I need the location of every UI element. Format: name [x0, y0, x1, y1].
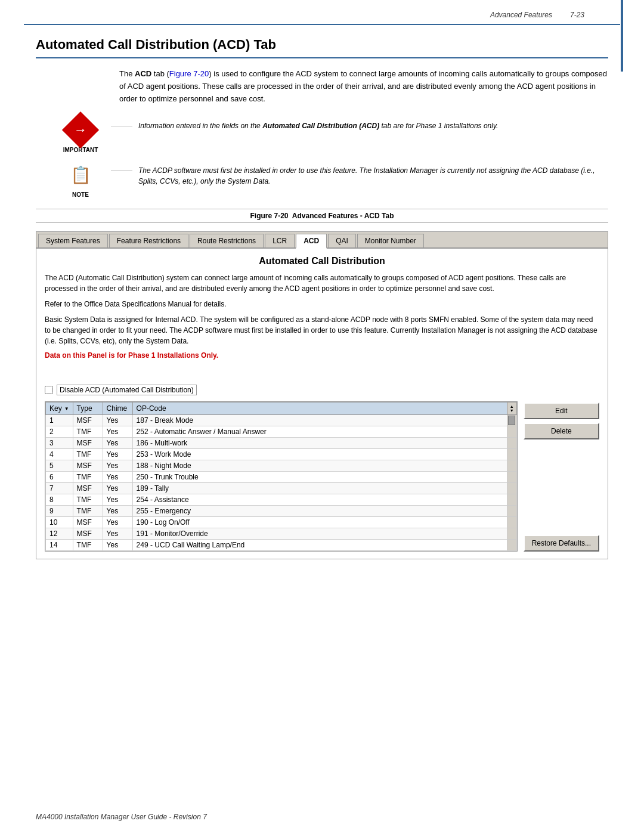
cell-key: 10: [46, 517, 73, 528]
col-key-label: Key: [49, 404, 62, 413]
cell-key: 14: [46, 540, 73, 551]
cell-scroll: [507, 483, 516, 494]
cell-op-code: 252 - Automatic Answer / Manual Answer: [132, 426, 507, 438]
cell-key: 3: [46, 438, 73, 449]
button-spacer: [524, 443, 599, 531]
table-wrapper: Key ▼ Type Chime OP-Code: [45, 401, 599, 552]
panel-desc1: The ACD (Automatic Call Distribution) sy…: [45, 272, 599, 294]
figure-number: Figure 7-20: [250, 212, 289, 220]
delete-button[interactable]: Delete: [524, 423, 599, 439]
red-notice: Data on this Panel is for Phase 1 Instal…: [45, 351, 599, 360]
cell-type: MSF: [73, 517, 103, 528]
cell-chime: Yes: [103, 483, 132, 494]
table-row[interactable]: 2TMFYes252 - Automatic Answer / Manual A…: [46, 426, 517, 438]
cell-scroll: [507, 426, 516, 438]
cell-type: TMF: [73, 426, 103, 438]
cell-scroll: [507, 438, 516, 449]
cell-scroll: [507, 494, 516, 506]
cell-scroll: [507, 540, 516, 551]
intro-bold-acd: ACD: [135, 69, 151, 78]
important-notice-line: ——— Information entered in the fields on…: [111, 117, 608, 131]
cell-scroll: [507, 449, 516, 460]
intro-text: The ACD tab (Figure 7-20) is used to con…: [119, 68, 608, 105]
table-row[interactable]: 8TMFYes254 - Assistance: [46, 494, 517, 506]
table-row[interactable]: 14TMFYes249 - UCD Call Waiting Lamp/End: [46, 540, 517, 551]
scroll-up-btn[interactable]: ▲: [510, 404, 514, 408]
tab-lcr[interactable]: LCR: [265, 234, 295, 247]
restore-defaults-button[interactable]: Restore Defaults...: [524, 535, 599, 552]
table-row[interactable]: 7MSFYes189 - Tally: [46, 483, 517, 494]
cell-op-code: 187 - Break Mode: [132, 415, 507, 426]
footer-text: MA4000 Installation Manager User Guide -…: [36, 813, 207, 821]
cell-type: MSF: [73, 460, 103, 472]
tab-feature-restrictions[interactable]: Feature Restrictions: [109, 234, 188, 247]
ui-panel: System Features Feature Restrictions Rou…: [36, 231, 608, 559]
scroll-thumb[interactable]: [508, 416, 515, 425]
note-icon-container: 📋 NOTE: [60, 162, 101, 198]
cell-key: 5: [46, 460, 73, 472]
cell-scroll: [507, 506, 516, 517]
cell-type: TMF: [73, 449, 103, 460]
scroll-header: ▲ ▼: [507, 402, 516, 415]
cell-key: 6: [46, 472, 73, 483]
table-row[interactable]: 1MSFYes187 - Break Mode: [46, 415, 517, 426]
tab-bar: System Features Feature Restrictions Rou…: [36, 232, 608, 249]
important-notice: → IMPORTANT ——— Information entered in t…: [60, 117, 608, 153]
page-footer: MA4000 Installation Manager User Guide -…: [36, 813, 207, 821]
cell-chime: Yes: [103, 460, 132, 472]
cell-chime: Yes: [103, 426, 132, 438]
cell-key: 1: [46, 415, 73, 426]
disable-acd-checkbox[interactable]: [45, 386, 53, 394]
figure-link[interactable]: Figure 7-20: [169, 69, 209, 78]
figure-label: Figure 7-20 Advanced Features - ACD Tab: [36, 209, 608, 223]
cell-op-code: 189 - Tally: [132, 483, 507, 494]
col-header-key[interactable]: Key ▼: [46, 402, 73, 415]
acd-table: Key ▼ Type Chime OP-Code: [45, 402, 517, 551]
notice-bold-acd: Automated Call Distribution (ACD): [262, 122, 379, 130]
cell-type: TMF: [73, 494, 103, 506]
tab-system-features[interactable]: System Features: [38, 234, 108, 247]
table-container: Key ▼ Type Chime OP-Code: [45, 401, 518, 552]
cell-type: TMF: [73, 506, 103, 517]
cell-type: TMF: [73, 540, 103, 551]
header-area: Advanced Features 7-23: [24, 0, 620, 25]
cell-op-code: 250 - Trunk Trouble: [132, 472, 507, 483]
header-page-number: 7-23: [570, 11, 584, 19]
figure-title: Advanced Features - ACD Tab: [292, 212, 394, 220]
cell-key: 9: [46, 506, 73, 517]
note-notice-line: ——— The ACDP software must first be inst…: [111, 162, 608, 187]
cell-type: MSF: [73, 528, 103, 540]
cell-key: 8: [46, 494, 73, 506]
table-row[interactable]: 10MSFYes190 - Log On/Off: [46, 517, 517, 528]
scroll-down-btn[interactable]: ▼: [510, 408, 514, 413]
tab-route-restrictions[interactable]: Route Restrictions: [190, 234, 264, 247]
cell-op-code: 253 - Work Mode: [132, 449, 507, 460]
table-row[interactable]: 5MSFYes188 - Night Mode: [46, 460, 517, 472]
cell-chime: Yes: [103, 528, 132, 540]
cell-key: 4: [46, 449, 73, 460]
table-row[interactable]: 9TMFYes255 - Emergency: [46, 506, 517, 517]
side-buttons: Edit Delete Restore Defaults...: [524, 401, 599, 552]
notices-area: → IMPORTANT ——— Information entered in t…: [36, 117, 608, 198]
cell-scroll: [507, 460, 516, 472]
note-notice-text: The ACDP software must first be installe…: [138, 165, 608, 187]
tab-monitor-number[interactable]: Monitor Number: [357, 234, 424, 247]
cell-chime: Yes: [103, 517, 132, 528]
cell-op-code: 188 - Night Mode: [132, 460, 507, 472]
notice-dash-2: ———: [111, 166, 132, 175]
edit-button[interactable]: Edit: [524, 402, 599, 419]
table-row[interactable]: 12MSFYes191 - Monitor/Override: [46, 528, 517, 540]
table-row[interactable]: 4TMFYes253 - Work Mode: [46, 449, 517, 460]
tab-acd[interactable]: ACD: [296, 234, 327, 249]
table-row[interactable]: 6TMFYes250 - Trunk Trouble: [46, 472, 517, 483]
cell-chime: Yes: [103, 449, 132, 460]
cell-op-code: 186 - Multi-work: [132, 438, 507, 449]
cell-key: 12: [46, 528, 73, 540]
page-title: Automated Call Distribution (ACD) Tab: [36, 37, 608, 58]
tab-qai[interactable]: QAI: [328, 234, 356, 247]
important-notice-text: Information entered in the fields on the…: [138, 120, 608, 131]
table-row[interactable]: 3MSFYes186 - Multi-work: [46, 438, 517, 449]
cell-op-code: 255 - Emergency: [132, 506, 507, 517]
note-notice: 📋 NOTE ——— The ACDP software must first …: [60, 162, 608, 198]
cell-op-code: 249 - UCD Call Waiting Lamp/End: [132, 540, 507, 551]
